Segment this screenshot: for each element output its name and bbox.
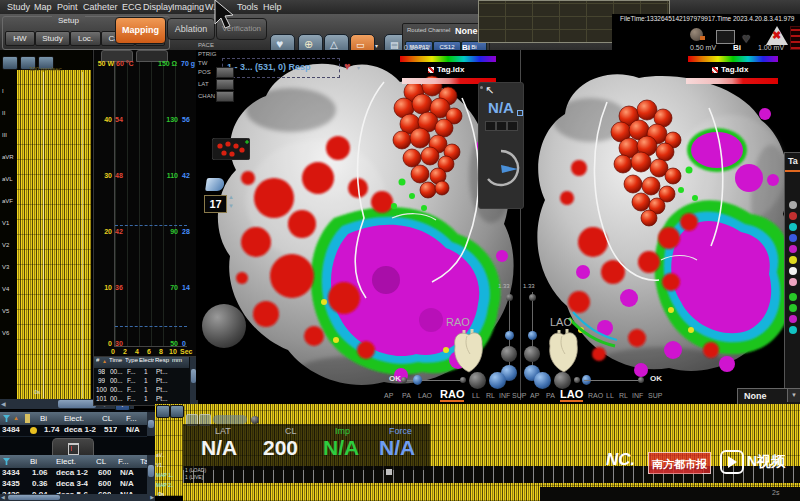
- view-sup[interactable]: SUP: [512, 392, 526, 399]
- ecg-hscroll-thumb[interactable]: [58, 400, 96, 408]
- table-hscrollbar[interactable]: ◀ ▶: [0, 494, 155, 501]
- zoom-slider-handle-right[interactable]: [528, 331, 537, 340]
- zoom-slider-top-dot[interactable]: [506, 294, 513, 301]
- tag-dot-red[interactable]: [789, 212, 797, 220]
- slider-end-dot[interactable]: [638, 377, 644, 383]
- orientation-gauge[interactable]: [481, 135, 521, 203]
- tag-dot-green[interactable]: [789, 293, 797, 301]
- view-sphere-button[interactable]: [554, 372, 571, 389]
- delete-tab[interactable]: [52, 438, 94, 456]
- view-globe-button[interactable]: [489, 372, 506, 389]
- view-sup[interactable]: SUP: [648, 392, 662, 399]
- view-globe-button[interactable]: [534, 372, 551, 389]
- rotate-widget[interactable]: [202, 304, 246, 348]
- ruler-marker[interactable]: [386, 469, 392, 475]
- view-ap[interactable]: AP: [530, 392, 539, 399]
- table-row-selected[interactable]: 3484 1.74 deca 1-2 517 N/A: [0, 425, 147, 437]
- hud-cell-1[interactable]: [485, 121, 496, 131]
- tag-dot-cyan[interactable]: [789, 326, 797, 334]
- menu-study[interactable]: Study: [7, 2, 30, 12]
- side-button-1[interactable]: [216, 67, 234, 78]
- menu-imaging[interactable]: Imaging: [172, 2, 204, 12]
- hud-cell-3[interactable]: [507, 121, 518, 131]
- zoom-slider-handle-left[interactable]: [505, 331, 514, 340]
- view-inf[interactable]: INF: [632, 392, 643, 399]
- sphere-knob[interactable]: [524, 346, 540, 362]
- view-rl[interactable]: RL: [619, 392, 628, 399]
- mini-tool-icon-1[interactable]: [156, 405, 170, 418]
- tab-ablation[interactable]: Ablation: [167, 18, 215, 40]
- counter-down-icon[interactable]: ▼: [228, 203, 234, 209]
- view-pa[interactable]: PA: [546, 392, 555, 399]
- strip-mini-slider[interactable]: [213, 415, 247, 424]
- menu-point[interactable]: Point: [57, 2, 78, 12]
- strip-knob[interactable]: [251, 416, 259, 424]
- menu-ecg[interactable]: ECG: [122, 2, 142, 12]
- zoom-slider-top-dot[interactable]: [529, 294, 536, 301]
- heart-cable-icon[interactable]: ♥: [742, 29, 762, 43]
- tag-dot-magenta[interactable]: [789, 245, 797, 253]
- view-ll[interactable]: LL: [472, 392, 480, 399]
- tag-dot-blue[interactable]: [789, 234, 797, 242]
- view-sphere-button[interactable]: [469, 372, 486, 389]
- loc-button[interactable]: Loc.: [70, 31, 101, 46]
- reference-heart-right[interactable]: [545, 328, 585, 374]
- ablation-sites-indicator[interactable]: [212, 138, 250, 160]
- tag-dot-green[interactable]: [789, 304, 797, 312]
- tag-dot-magenta[interactable]: [789, 315, 797, 323]
- sort-icon[interactable]: ▲: [13, 415, 19, 421]
- menu-tools[interactable]: Tools: [237, 2, 258, 12]
- tag-dot-pink[interactable]: [789, 278, 797, 286]
- side-button-3[interactable]: [216, 91, 234, 102]
- map-dropdown-arrow[interactable]: ▾: [357, 64, 360, 71]
- map-title-box[interactable]: 1 - 3... (531, 0) Resp: [222, 58, 340, 78]
- tab-mapping[interactable]: Mapping: [115, 17, 166, 44]
- voltage-colorbar[interactable]: [400, 56, 496, 62]
- headset-icon[interactable]: [690, 28, 710, 45]
- view-ap[interactable]: AP: [384, 392, 393, 399]
- mini-tool-icon-2[interactable]: [170, 405, 184, 418]
- table-row[interactable]: 10100...F...1Pt...: [94, 395, 189, 404]
- ecg-cursor-line-2[interactable]: [82, 72, 83, 398]
- ok-slider-handle-left[interactable]: [413, 375, 422, 385]
- view-rl[interactable]: RL: [486, 392, 495, 399]
- nav-arrow-icon[interactable]: ↖: [485, 84, 494, 97]
- tag-dot-cyan[interactable]: [789, 223, 797, 231]
- view-rao[interactable]: RAO: [440, 388, 464, 402]
- lesion-counter[interactable]: 17: [204, 195, 227, 213]
- sort-icon[interactable]: ▲: [102, 358, 107, 364]
- ok-slider-right[interactable]: [584, 380, 640, 381]
- view-lao[interactable]: LAO: [418, 392, 432, 399]
- tag-dot-gray[interactable]: [789, 201, 797, 209]
- table2-scrollbar[interactable]: [147, 455, 155, 494]
- view-ll[interactable]: LL: [606, 392, 614, 399]
- view-lao[interactable]: LAO: [560, 388, 583, 402]
- view-inf[interactable]: INF: [499, 392, 510, 399]
- monitor-icon[interactable]: [716, 30, 735, 44]
- tag-dot-white[interactable]: [789, 267, 797, 275]
- map-heart-icon[interactable]: ♥: [344, 60, 351, 72]
- menu-catheter[interactable]: Catheter: [83, 2, 118, 12]
- ecg-tool-icon-1[interactable]: [2, 56, 18, 70]
- table-hscroll-thumb[interactable]: [8, 495, 60, 500]
- abl-upper-limit-line[interactable]: [115, 225, 187, 226]
- table1-scrollbar[interactable]: [147, 412, 155, 436]
- view-rao[interactable]: RAO: [588, 392, 603, 399]
- slider-end-dot[interactable]: [460, 377, 466, 383]
- dropdown-arrow-box[interactable]: ▼: [787, 389, 800, 402]
- filter-icon[interactable]: [3, 458, 10, 465]
- voltage-colorbar[interactable]: [688, 56, 778, 62]
- slider-end-dot[interactable]: [574, 377, 580, 383]
- study-button[interactable]: Study: [35, 31, 70, 46]
- tag-idx-colorbar[interactable]: [686, 78, 778, 84]
- view-pa[interactable]: PA: [402, 392, 411, 399]
- filter-icon[interactable]: [3, 415, 10, 422]
- menu-help[interactable]: Help: [263, 2, 282, 12]
- abl-lower-limit-line[interactable]: [115, 326, 187, 327]
- tag-dot-yellow[interactable]: [789, 256, 797, 264]
- hud-cell-2[interactable]: [496, 121, 507, 131]
- counter-up-icon[interactable]: ▲: [228, 194, 234, 200]
- tag-filter-dropdown[interactable]: None ▼: [737, 388, 800, 405]
- routed-channel-value[interactable]: None: [455, 26, 478, 36]
- table-row[interactable]: 10000...F...1Pt...: [94, 386, 189, 395]
